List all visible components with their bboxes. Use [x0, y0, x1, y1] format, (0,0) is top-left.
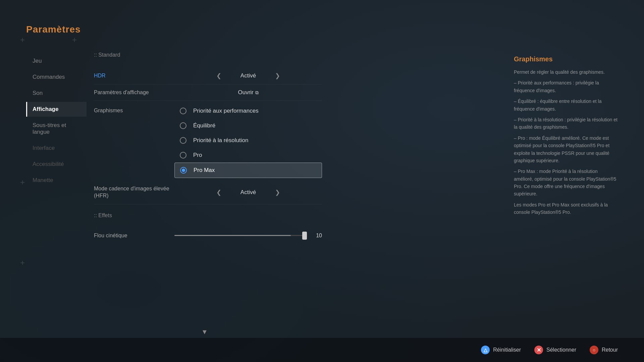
radio-circle-equilibre — [180, 122, 186, 129]
radio-label-equilibre: Équilibré — [193, 122, 215, 129]
hdr-arrow-right[interactable]: ❯ — [275, 72, 280, 79]
desc-line-2: – Équilibré : équilibre entre résolution… — [514, 98, 618, 113]
sidebar-item-son[interactable]: Son — [26, 86, 87, 101]
hfr-row: Mode cadence d'images élevée(HFR) ❮ Acti… — [94, 181, 322, 204]
retour-label: Retour — [602, 347, 618, 353]
reinitialiser-label: Réinitialiser — [493, 347, 521, 353]
flou-label: Flou cinétique — [94, 233, 174, 239]
sidebar-item-jeu[interactable]: Jeu — [26, 54, 87, 68]
deco-cross-1: + — [20, 35, 25, 45]
display-params-label: Paramètres d'affichage — [94, 89, 174, 96]
radio-option-resolution[interactable]: Priorité à la résolution — [174, 133, 322, 148]
reinitialiser-action[interactable]: △ Réinitialiser — [481, 346, 521, 354]
hdr-label: HDR — [94, 73, 174, 79]
scroll-down-indicator: ▼ — [201, 328, 208, 336]
radio-label-promax: Pro Max — [194, 167, 215, 174]
hdr-value: Activé — [228, 72, 268, 79]
flou-slider-value: 10 — [312, 233, 322, 239]
desc-line-0: Permet de régler la qualité des graphism… — [514, 68, 618, 76]
main-content: :: Standard HDR ❮ Activé ❯ Paramètres d'… — [94, 52, 322, 335]
selectionner-action[interactable]: ✕ Sélectionner — [534, 346, 576, 354]
desc-line-4: – Pro : mode Équilibré amélioré. Ce mode… — [514, 134, 618, 165]
radio-circle-pro — [180, 152, 186, 159]
right-panel-description: Permet de régler la qualité des graphism… — [514, 68, 618, 216]
sidebar-item-affichage[interactable]: Affichage — [26, 102, 87, 117]
right-panel: Graphismes Permet de régler la qualité d… — [514, 55, 618, 220]
effets-section-header: :: Effets — [94, 213, 322, 221]
effets-section: :: Effets Flou cinétique 10 — [94, 213, 322, 243]
graphismes-row: Graphismes Priorité aux performances Équ… — [94, 101, 322, 181]
sidebar-item-manette[interactable]: Manette — [26, 173, 87, 188]
deco-cross-4: + — [20, 258, 25, 267]
deco-cross-2: + — [72, 35, 77, 45]
page-title: Paramètres — [26, 24, 81, 35]
desc-line-3: – Priorité à la résolution : privilégie … — [514, 116, 618, 131]
flou-slider-fill — [174, 235, 291, 236]
radio-circle-resolution — [180, 137, 186, 144]
hfr-control: ❮ Activé ❯ — [174, 189, 322, 196]
radio-label-resolution: Priorité à la résolution — [193, 137, 248, 144]
sidebar-item-commandes[interactable]: Commandes — [26, 70, 87, 84]
hfr-arrow-right[interactable]: ❯ — [275, 189, 280, 196]
sidebar-item-accessibilite[interactable]: Accessibilité — [26, 157, 87, 172]
hfr-label: Mode cadence d'images élevée(HFR) — [94, 185, 174, 199]
display-params-row: Paramètres d'affichage Ouvrir ⧉ — [94, 84, 322, 101]
right-panel-title: Graphismes — [514, 55, 618, 63]
sidebar-item-sous-titres[interactable]: Sous-titres et langue — [26, 118, 87, 139]
radio-option-equilibre[interactable]: Équilibré — [174, 118, 322, 133]
desc-line-1: – Priorité aux performances : privilégie… — [514, 79, 618, 94]
selectionner-label: Sélectionner — [546, 347, 576, 353]
hfr-arrow-left[interactable]: ❮ — [216, 189, 221, 196]
circle-icon: ○ — [590, 346, 598, 354]
desc-line-6: Les modes Pro et Pro Max sont exclusifs … — [514, 201, 618, 216]
desc-line-5: – Pro Max : mode Priorité à la résolutio… — [514, 168, 618, 198]
triangle-icon: △ — [481, 346, 490, 354]
radio-option-performances[interactable]: Priorité aux performances — [174, 104, 322, 118]
display-params-control: Ouvrir ⧉ — [174, 89, 322, 96]
bottom-bar: △ Réinitialiser ✕ Sélectionner ○ Retour — [0, 338, 644, 362]
flou-control: 10 — [174, 233, 322, 239]
radio-label-performances: Priorité aux performances — [193, 108, 259, 114]
deco-cross-3: + — [20, 178, 25, 187]
radio-label-pro: Pro — [193, 152, 202, 159]
cross-icon: ✕ — [534, 346, 543, 354]
sidebar: Jeu Commandes Son Affichage Sous-titres … — [26, 54, 87, 188]
graphismes-radio-group: Priorité aux performances Équilibré Prio… — [174, 104, 322, 178]
radio-circle-promax — [180, 167, 187, 174]
hdr-arrow-left[interactable]: ❮ — [216, 72, 221, 79]
sidebar-item-interface[interactable]: Interface — [26, 141, 87, 156]
hdr-control: ❮ Activé ❯ — [174, 72, 322, 79]
hdr-row: HDR ❮ Activé ❯ — [94, 67, 322, 84]
radio-option-promax[interactable]: Pro Max — [174, 163, 322, 178]
retour-action[interactable]: ○ Retour — [590, 346, 618, 354]
radio-circle-performances — [180, 108, 186, 114]
flou-row: Flou cinétique 10 — [94, 228, 322, 243]
radio-option-pro[interactable]: Pro — [174, 148, 322, 163]
flou-slider-track[interactable] — [174, 235, 307, 236]
standard-section-header: :: Standard — [94, 52, 322, 61]
graphismes-label: Graphismes — [94, 104, 174, 178]
display-params-value: Ouvrir ⧉ — [228, 89, 268, 96]
hfr-value: Activé — [228, 189, 268, 196]
flou-slider-thumb[interactable] — [302, 232, 307, 240]
